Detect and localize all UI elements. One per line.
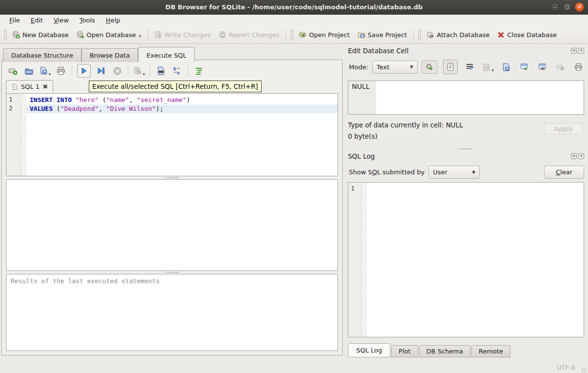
dock-float-icon[interactable]: ⧉ bbox=[571, 153, 577, 159]
execute-all-button[interactable] bbox=[77, 64, 91, 78]
submitter-combobox[interactable]: User ▼ bbox=[428, 166, 480, 179]
find-replace-button[interactable]: ba bbox=[171, 65, 183, 77]
tab-sql-log[interactable]: SQL Log bbox=[348, 343, 390, 357]
close-database-icon bbox=[497, 31, 505, 39]
print-button[interactable] bbox=[55, 65, 67, 77]
open-sql-file-button[interactable] bbox=[23, 65, 35, 77]
new-database-button[interactable]: New Database bbox=[8, 28, 73, 41]
open-in-external-button[interactable] bbox=[518, 61, 530, 73]
splitter-handle-icon bbox=[460, 148, 472, 149]
link-icon bbox=[538, 62, 547, 72]
line-number: 2 bbox=[9, 104, 20, 113]
dock-close-icon[interactable]: ✕ bbox=[578, 48, 584, 54]
tab-remote[interactable]: Remote bbox=[471, 345, 510, 357]
text-document-icon bbox=[446, 62, 455, 71]
sql-keyword: VALUES bbox=[30, 105, 53, 112]
main-tabbar: Database Structure Browse Data Execute S… bbox=[3, 47, 195, 62]
close-database-label: Close Database bbox=[507, 31, 557, 39]
sql1-tab[interactable]: SQL 1 ✖ bbox=[6, 80, 53, 93]
mode-value: Text bbox=[377, 63, 389, 71]
toolbar-separator bbox=[413, 29, 414, 41]
open-database-button[interactable]: Open Database ▾ bbox=[73, 28, 145, 41]
sql-string: "Deadpond" bbox=[61, 105, 99, 112]
toolbar-grip[interactable] bbox=[290, 29, 293, 41]
copy-link-button[interactable] bbox=[536, 61, 548, 73]
dock-splitter[interactable] bbox=[348, 148, 584, 149]
sql-code-editor[interactable]: 1 2 INSERT INTO "hero" ("name", "secret_… bbox=[6, 93, 338, 176]
save-results-caret-icon: ▾ bbox=[142, 72, 145, 77]
tab-database-structure[interactable]: Database Structure bbox=[3, 48, 81, 62]
main-toolbar: New Database Open Database ▾ Write Chang… bbox=[0, 26, 588, 44]
new-sql-tab-button[interactable] bbox=[7, 65, 19, 77]
find-button[interactable] bbox=[155, 65, 167, 77]
cell-mode-row: Mode: Text ▼ ▾ bbox=[349, 60, 584, 74]
menu-help[interactable]: Help bbox=[101, 16, 126, 25]
results-grid-pane[interactable] bbox=[6, 179, 338, 271]
auto-apply-button[interactable] bbox=[422, 61, 437, 74]
attach-database-button[interactable]: Attach Database bbox=[423, 28, 493, 41]
sql1-tab-close-icon[interactable]: ✖ bbox=[42, 83, 48, 90]
mode-combobox[interactable]: Text ▼ bbox=[372, 61, 418, 74]
sql-log-filter-row: Show SQL submitted by User ▼ Clear bbox=[349, 166, 584, 179]
set-null-button bbox=[554, 61, 566, 73]
execute-all-icon bbox=[80, 66, 88, 75]
new-database-icon bbox=[12, 31, 20, 39]
clear-log-button[interactable]: Clear bbox=[544, 166, 584, 179]
toolbar-grip[interactable] bbox=[3, 29, 7, 41]
sql-document-icon bbox=[11, 83, 18, 90]
tab-execute-sql[interactable]: Execute SQL bbox=[138, 47, 195, 62]
execute-line-button[interactable] bbox=[95, 65, 107, 77]
export-data-button[interactable] bbox=[500, 61, 512, 73]
close-button[interactable]: ✕ bbox=[575, 2, 584, 12]
menu-file[interactable]: File bbox=[4, 16, 25, 25]
cell-toolbar: ▾ bbox=[443, 60, 584, 74]
right-panel: Edit Database Cell ⧉ ✕ Mode: Text ▼ bbox=[344, 44, 588, 360]
sql-log-view[interactable]: 1 bbox=[348, 182, 584, 337]
word-wrap-button[interactable] bbox=[464, 61, 476, 73]
export-data-icon bbox=[502, 62, 511, 72]
attach-database-label: Attach Database bbox=[437, 31, 489, 39]
menu-edit[interactable]: Edit bbox=[25, 16, 48, 25]
tab-plot[interactable]: Plot bbox=[391, 345, 418, 357]
maximize-button[interactable]: ◻ bbox=[563, 2, 572, 12]
dock-float-icon[interactable]: ⧉ bbox=[571, 48, 577, 54]
results-message-pane[interactable]: Results of the last executed statements bbox=[6, 274, 338, 351]
line-number: 1 bbox=[9, 96, 20, 104]
tab-db-schema[interactable]: DB Schema bbox=[419, 345, 470, 357]
sql-log-dock-header: SQL Log ⧉ ✕ bbox=[348, 151, 584, 162]
open-database-caret-icon[interactable]: ▾ bbox=[139, 34, 141, 39]
splitter-handle-icon bbox=[166, 272, 179, 273]
find-replace-icon: ba bbox=[172, 66, 182, 76]
cell-value-editor[interactable]: NULL bbox=[348, 81, 584, 115]
revert-changes-button: Revert Changes bbox=[215, 28, 283, 41]
sql-plain: , bbox=[129, 96, 137, 104]
toolbar-separator bbox=[285, 29, 286, 41]
toolbar-grip[interactable] bbox=[418, 29, 421, 41]
minimize-button[interactable]: – bbox=[550, 2, 560, 12]
open-project-button[interactable]: Open Project bbox=[295, 28, 353, 41]
menu-tools[interactable]: Tools bbox=[74, 16, 101, 25]
log-fold-margin bbox=[362, 183, 367, 337]
save-sql-file-button[interactable]: ▾ bbox=[39, 65, 51, 77]
open-project-icon bbox=[299, 31, 306, 39]
sql-plain bbox=[72, 96, 76, 104]
code-line-1: INSERT INTO "hero" ("name", "secret_name… bbox=[26, 96, 338, 104]
sql-keyword: INSERT INTO bbox=[30, 96, 72, 104]
format-sql-button[interactable] bbox=[193, 65, 205, 77]
text-mode-button[interactable] bbox=[443, 60, 458, 74]
dock-close-icon[interactable]: ✕ bbox=[578, 153, 584, 159]
tab-browse-data[interactable]: Browse Data bbox=[81, 48, 139, 62]
combo-arrow-icon: ▼ bbox=[410, 64, 413, 69]
resize-grip[interactable] bbox=[582, 368, 587, 373]
print-cell-button[interactable] bbox=[572, 61, 584, 73]
close-database-button[interactable]: Close Database bbox=[493, 29, 561, 41]
open-sql-file-icon bbox=[24, 66, 34, 76]
editor-code-area[interactable]: INSERT INTO "hero" ("name", "secret_name… bbox=[26, 94, 338, 176]
edit-cell-dock-header: Edit Database Cell ⧉ ✕ bbox=[348, 45, 584, 56]
save-project-button[interactable]: Save Project bbox=[354, 28, 411, 41]
line-number: 1 bbox=[351, 185, 361, 193]
code-line-2: VALUES ("Deadpond", "Dive Wilson"); bbox=[26, 104, 338, 113]
menu-view[interactable]: View bbox=[48, 16, 74, 25]
menubar: File Edit View Tools Help bbox=[0, 15, 588, 26]
encoding-indicator[interactable]: UTF-8 bbox=[557, 364, 575, 371]
